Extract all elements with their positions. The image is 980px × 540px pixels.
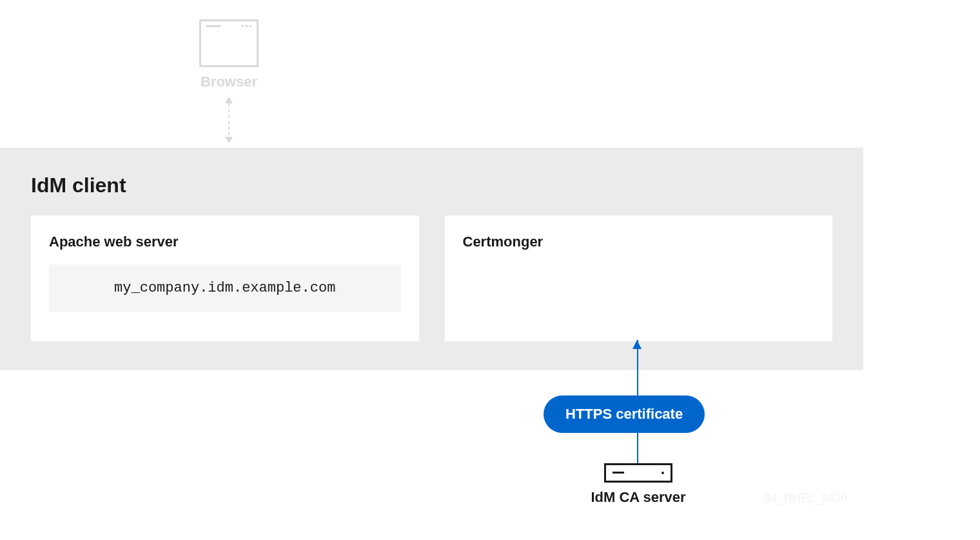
idm-client-title: IdM client: [31, 174, 832, 197]
certmonger-box: Certmonger: [445, 215, 833, 341]
bidirectional-arrow-icon: [225, 97, 233, 143]
apache-title: Apache web server: [49, 234, 401, 250]
apache-hostname: my_company.idm.example.com: [49, 265, 401, 312]
https-certificate-badge: HTTPS certificate: [544, 395, 705, 433]
browser-label: Browser: [197, 74, 261, 90]
boxes-row: Apache web server my_company.idm.example…: [31, 215, 832, 341]
apache-box: Apache web server my_company.idm.example…: [31, 215, 419, 341]
browser-icon-dots: [242, 25, 251, 27]
watermark-text: 84_RHEL_0420: [765, 492, 847, 505]
ca-server-label: IdM CA server: [577, 489, 700, 506]
browser-section: Browser: [197, 19, 261, 90]
server-icon: [604, 463, 672, 483]
certmonger-title: Certmonger: [463, 234, 815, 250]
browser-icon-bar: [206, 25, 220, 27]
svg-marker-2: [225, 137, 233, 143]
idm-client-container: IdM client Apache web server my_company.…: [0, 148, 863, 370]
browser-icon: [199, 19, 259, 67]
svg-marker-0: [225, 97, 233, 103]
